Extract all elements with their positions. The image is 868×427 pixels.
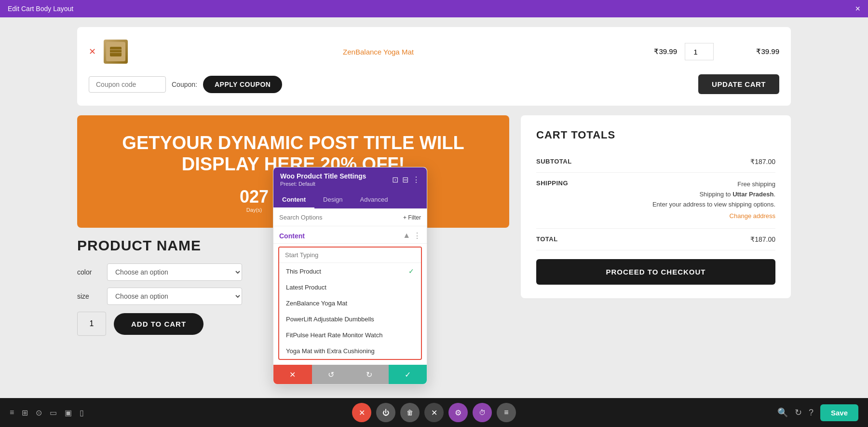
shipping-row: SHIPPING Free shipping Shipping to Uttar… xyxy=(536,173,775,229)
subtotal-row: SUBTOTAL ₹187.00 xyxy=(536,151,775,173)
toolbar-left: ≡ ⊞ ⊙ ▭ ▣ ▯ xyxy=(10,408,84,417)
toolbar-desktop-icon[interactable]: ▭ xyxy=(50,408,57,417)
color-label: color xyxy=(77,268,101,276)
dropdown-container: This Product ✓ Latest Product ZenBalance… xyxy=(278,247,422,360)
panel-section-icons: ▲ ⋮ xyxy=(403,231,421,240)
coupon-row: Coupon: APPLY COUPON UPDATE CART xyxy=(89,69,779,98)
title-bar-close-button[interactable]: × xyxy=(855,4,860,14)
color-select[interactable]: Choose an option xyxy=(107,263,242,281)
toolbar-right: 🔍 ↻ ? Save xyxy=(777,404,858,421)
total-label: TOTAL xyxy=(536,235,558,243)
update-cart-button[interactable]: UPDATE CART xyxy=(698,74,779,94)
size-label: size xyxy=(77,292,101,300)
cart-quantity-input[interactable] xyxy=(685,43,714,60)
tab-design[interactable]: Design xyxy=(314,192,351,208)
panel-more-icon[interactable]: ⋮ xyxy=(412,175,420,184)
panel-section-title: Content xyxy=(279,232,305,240)
size-select[interactable]: Choose an option xyxy=(107,288,242,305)
dropdown-item-1[interactable]: Latest Product xyxy=(279,279,421,295)
panel-expand-icon[interactable]: ⊡ xyxy=(392,175,398,184)
dropdown-item-0[interactable]: This Product ✓ xyxy=(279,263,421,279)
panel-search-input[interactable] xyxy=(279,214,399,221)
toolbar-mobile-icon[interactable]: ▯ xyxy=(80,408,84,417)
section-collapse-icon[interactable]: ▲ xyxy=(403,231,410,240)
dropdown-item-label-3: PowerLift Adjustable Dumbbells xyxy=(286,316,374,323)
product-name-cart: ZenBalance Yoga Mat xyxy=(136,48,621,56)
dropdown-item-label-0: This Product xyxy=(286,268,321,275)
panel-cancel-button[interactable]: ✕ xyxy=(273,365,312,384)
apply-coupon-button[interactable]: APPLY COUPON xyxy=(203,76,282,93)
dropdown-item-label-4: FitPulse Heart Rate Monitor Watch xyxy=(286,331,382,339)
toolbar-menu-icon[interactable]: ≡ xyxy=(10,408,14,417)
toolbar-refresh-icon[interactable]: ↻ xyxy=(795,407,802,418)
toolbar-zoom-icon[interactable]: 🔍 xyxy=(777,407,788,418)
check-icon-0: ✓ xyxy=(408,267,414,275)
two-column-layout: GETYOUR DYNAMIC POST TITLE WILL DISPLAY … xyxy=(77,115,791,336)
countdown-days-label: Day(s) xyxy=(240,207,269,213)
remove-item-button[interactable]: ✕ xyxy=(89,46,96,57)
proceed-to-checkout-button[interactable]: PROCEED TO CHECKOUT xyxy=(536,259,775,285)
cart-totals-title: CART TOTALS xyxy=(536,129,775,141)
add-to-cart-button[interactable]: ADD TO CART xyxy=(114,313,203,335)
dropdown-item-label-2: ZenBalance Yoga Mat xyxy=(286,300,347,307)
panel-header-icons: ⊡ ⊟ ⋮ xyxy=(392,175,420,184)
panel-title: Woo Product Title Settings xyxy=(280,172,366,180)
panel-section-header: Content ▲ ⋮ xyxy=(273,226,427,244)
dropdown-item-4[interactable]: FitPulse Heart Rate Monitor Watch xyxy=(279,327,421,343)
toolbar-grid-icon[interactable]: ⊞ xyxy=(22,408,28,417)
toolbar-timer-button[interactable]: ⏱ xyxy=(473,403,492,422)
subtotal-label: SUBTOTAL xyxy=(536,158,572,165)
change-address-link[interactable]: Change address xyxy=(652,211,775,221)
toolbar-power-button[interactable]: ⏻ xyxy=(376,403,395,422)
panel-tabs: Content Design Advanced xyxy=(273,192,427,209)
panel-confirm-button[interactable]: ✓ xyxy=(389,365,427,384)
toolbar-history-button[interactable]: ≡ xyxy=(497,403,516,422)
right-column: CART TOTALS SUBTOTAL ₹187.00 SHIPPING Fr… xyxy=(521,115,791,336)
cart-table-container: ✕ ZenBalance Yoga Mat ₹39.99 ₹39.99 Coup… xyxy=(77,27,791,106)
product-image xyxy=(104,40,128,64)
toolbar-tablet-icon[interactable]: ▣ xyxy=(65,408,72,417)
svg-rect-1 xyxy=(110,47,122,56)
dropdown-item-label-1: Latest Product xyxy=(286,284,326,291)
title-bar: Edit Cart Body Layout × xyxy=(0,0,868,17)
filter-button[interactable]: + Filter xyxy=(403,214,421,221)
toolbar-help-icon[interactable]: ? xyxy=(809,408,814,418)
settings-panel: Woo Product Title Settings Preset: Defau… xyxy=(273,167,427,385)
product-quantity-value: 1 xyxy=(90,319,94,328)
toolbar-cancel-button[interactable]: ✕ xyxy=(352,403,371,422)
shipping-state: Uttar Pradesh xyxy=(732,191,773,198)
dropdown-item-label-5: Yoga Mat with Extra Cushioning xyxy=(286,347,375,355)
shipping-free-text: Free shipping xyxy=(737,180,775,188)
shipping-enter-text: Enter your address to view shipping opti… xyxy=(652,201,775,208)
total-row: TOTAL ₹187.00 xyxy=(536,229,775,250)
countdown-days: 027 Day(s) xyxy=(240,187,269,213)
shipping-to-text: Shipping to xyxy=(699,191,732,198)
product-quantity-box: 1 xyxy=(77,312,106,336)
cart-totals-panel: CART TOTALS SUBTOTAL ₹187.00 SHIPPING Fr… xyxy=(521,115,791,298)
coupon-left: Coupon: APPLY COUPON xyxy=(89,76,282,93)
tab-content[interactable]: Content xyxy=(273,192,314,208)
coupon-code-input[interactable] xyxy=(89,76,166,93)
dropdown-item-5[interactable]: Yoga Mat with Extra Cushioning xyxy=(279,343,421,359)
toolbar-delete-button[interactable]: 🗑 xyxy=(400,403,420,422)
panel-header-left: Woo Product Title Settings Preset: Defau… xyxy=(280,172,366,187)
dropdown-search-input[interactable] xyxy=(279,248,421,263)
panel-undo-button[interactable]: ↺ xyxy=(312,365,351,384)
total-value: ₹187.00 xyxy=(750,235,775,243)
cart-item-total: ₹39.99 xyxy=(721,47,779,56)
subtotal-value: ₹187.00 xyxy=(750,158,775,165)
panel-redo-button[interactable]: ↻ xyxy=(350,365,389,384)
dropdown-item-3[interactable]: PowerLift Adjustable Dumbbells xyxy=(279,311,421,327)
toolbar-settings-button[interactable]: ⚙ xyxy=(448,403,468,422)
section-more-icon[interactable]: ⋮ xyxy=(413,231,421,240)
dropdown-item-2[interactable]: ZenBalance Yoga Mat xyxy=(279,295,421,311)
panel-header: Woo Product Title Settings Preset: Defau… xyxy=(273,167,427,192)
shipping-label: SHIPPING xyxy=(536,179,568,187)
toolbar-search-icon[interactable]: ⊙ xyxy=(36,408,42,417)
toolbar-close-button[interactable]: ✕ xyxy=(424,403,444,422)
tab-advanced[interactable]: Advanced xyxy=(352,192,397,208)
panel-collapse-icon[interactable]: ⊟ xyxy=(402,175,408,184)
bottom-toolbar: ≡ ⊞ ⊙ ▭ ▣ ▯ ✕ ⏻ 🗑 ✕ ⚙ ⏱ ≡ 🔍 ↻ ? Save xyxy=(0,398,868,427)
save-button[interactable]: Save xyxy=(820,404,858,421)
panel-action-row: ✕ ↺ ↻ ✓ xyxy=(273,365,427,384)
